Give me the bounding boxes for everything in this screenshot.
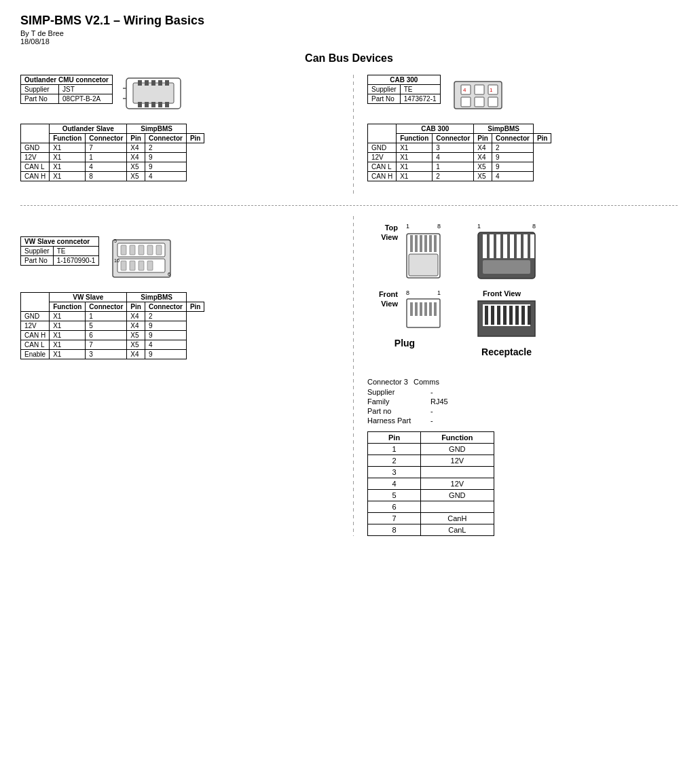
svg-rect-61 xyxy=(530,234,534,258)
svg-text:6: 6 xyxy=(168,272,170,277)
svg-rect-10 xyxy=(158,102,162,107)
vw-wiring-table: VW Slave SimpBMS FunctionConnectorPinCon… xyxy=(20,292,204,359)
svg-rect-50 xyxy=(424,302,427,316)
bottom-right-column: TopView 1 8 xyxy=(367,216,678,536)
svg-rect-42 xyxy=(424,235,427,252)
svg-rect-2 xyxy=(138,80,142,86)
svg-rect-20 xyxy=(488,97,498,107)
table-row: CAN HX12X54 xyxy=(368,172,551,181)
svg-rect-49 xyxy=(420,302,422,316)
table-row: CAN LX11X59 xyxy=(368,162,551,172)
svg-rect-72 xyxy=(528,306,531,325)
table-row: 8CanL xyxy=(368,524,494,536)
vw-connector-table: VW Slave conncetor Supplier TE Part No 1… xyxy=(20,236,99,266)
svg-rect-29 xyxy=(147,245,153,255)
svg-rect-67 xyxy=(497,306,500,325)
left-column: Outlander CMU conncetor Supplier JST Par… xyxy=(20,75,339,195)
svg-rect-16 xyxy=(475,85,484,94)
svg-rect-45 xyxy=(409,254,438,276)
svg-rect-59 xyxy=(517,234,521,258)
svg-rect-68 xyxy=(503,306,507,325)
svg-rect-60 xyxy=(524,234,528,258)
cab300-table: CAB 300 Supplier TE Part No 1473672-1 xyxy=(367,75,441,104)
svg-rect-70 xyxy=(515,306,519,325)
outlander-wiring-table: Outlander Slave SimpBMS FunctionConnecto… xyxy=(20,124,204,181)
date: 18/08/18 xyxy=(20,37,678,46)
table-row: 5GND xyxy=(368,490,494,501)
svg-text:4: 4 xyxy=(463,87,466,93)
svg-rect-66 xyxy=(491,306,494,325)
svg-rect-8 xyxy=(145,102,149,107)
svg-rect-52 xyxy=(434,302,437,316)
svg-text:5: 5 xyxy=(114,238,117,243)
svg-rect-3 xyxy=(145,80,149,86)
pin-function-table: Pin Function 1GND212V3412V5GND67CanH8Can… xyxy=(367,431,494,536)
outlander-connector-img xyxy=(123,75,187,117)
svg-rect-65 xyxy=(485,306,488,325)
svg-rect-57 xyxy=(503,234,507,258)
svg-rect-27 xyxy=(130,245,135,255)
table-row: CAN HX18X54 xyxy=(21,172,204,181)
vw-connector-img: 5 10 6 xyxy=(109,236,177,285)
outlander-cmu-table: Outlander CMU conncetor Supplier JST Par… xyxy=(20,75,113,104)
svg-rect-28 xyxy=(139,245,144,255)
table-row: EnableX13X49 xyxy=(21,350,204,359)
svg-text:1: 1 xyxy=(490,87,493,93)
table-row: 3 xyxy=(368,467,494,478)
svg-rect-54 xyxy=(483,234,487,258)
table-row: GNDX13X42 xyxy=(368,143,551,153)
table-row: CAN LX17X54 xyxy=(21,340,204,350)
table-row: 12VX14X49 xyxy=(368,153,551,162)
svg-rect-1 xyxy=(133,83,174,103)
svg-rect-43 xyxy=(429,235,432,252)
receptacle-top-svg xyxy=(476,230,537,281)
svg-rect-19 xyxy=(475,97,484,107)
svg-rect-55 xyxy=(490,234,494,258)
top-view-label: TopView xyxy=(367,223,398,243)
table-row: 7CanH xyxy=(368,513,494,524)
right-column: CAB 300 Supplier TE Part No 1473672-1 xyxy=(367,75,678,195)
svg-rect-47 xyxy=(410,302,413,316)
cab300-connector-img: 4 1 xyxy=(451,75,509,117)
svg-rect-31 xyxy=(121,261,126,270)
outlander-cmu-title: Outlander CMU conncetor xyxy=(21,75,113,85)
connector3-info: Connector 3 Comms Supplier - Family RJ45… xyxy=(367,378,678,425)
svg-rect-9 xyxy=(151,102,155,107)
receptacle-section: 1 8 xyxy=(476,223,537,357)
table-row: 6 xyxy=(368,501,494,513)
svg-rect-11 xyxy=(165,102,169,107)
plug-top-view: 1 8 xyxy=(405,223,442,283)
section-title: Can Bus Devices xyxy=(20,52,678,65)
page-title: SIMP-BMS V2.1 – Wiring Basics xyxy=(20,14,678,28)
svg-rect-6 xyxy=(165,80,169,86)
svg-rect-48 xyxy=(415,302,418,316)
table-row: 412V xyxy=(368,478,494,490)
svg-rect-58 xyxy=(510,234,514,258)
svg-rect-18 xyxy=(461,97,471,107)
svg-rect-62 xyxy=(483,260,530,274)
cab300-wiring-table: CAB 300 SimpBMS FunctionConnectorPinConn… xyxy=(367,124,551,181)
cab300-title: CAB 300 xyxy=(368,75,441,85)
svg-rect-41 xyxy=(420,235,422,252)
page-header: SIMP-BMS V2.1 – Wiring Basics By T de Br… xyxy=(20,14,678,46)
author: By T de Bree xyxy=(20,29,678,37)
plug-label: Plug xyxy=(367,338,442,349)
svg-rect-71 xyxy=(521,306,525,325)
front-view-label-receptacle: Front View xyxy=(483,289,537,298)
table-row: GNDX17X42 xyxy=(21,143,204,153)
svg-rect-26 xyxy=(121,245,126,255)
svg-rect-39 xyxy=(410,235,413,252)
table-row: 1GND xyxy=(368,444,494,455)
svg-rect-44 xyxy=(434,235,437,252)
table-row: GNDX11X42 xyxy=(21,312,204,321)
svg-rect-33 xyxy=(139,261,144,270)
svg-rect-51 xyxy=(429,302,432,316)
svg-rect-40 xyxy=(415,235,418,252)
svg-rect-4 xyxy=(151,80,155,86)
table-row: CAN LX14X59 xyxy=(21,162,204,172)
table-row: 212V xyxy=(368,455,494,467)
table-row: CAN HX16X59 xyxy=(21,331,204,340)
plug-front-view: 8 1 xyxy=(405,289,442,332)
front-view-label-plug: FrontView xyxy=(367,289,398,309)
bottom-left-column: VW Slave conncetor Supplier TE Part No 1… xyxy=(20,216,339,536)
